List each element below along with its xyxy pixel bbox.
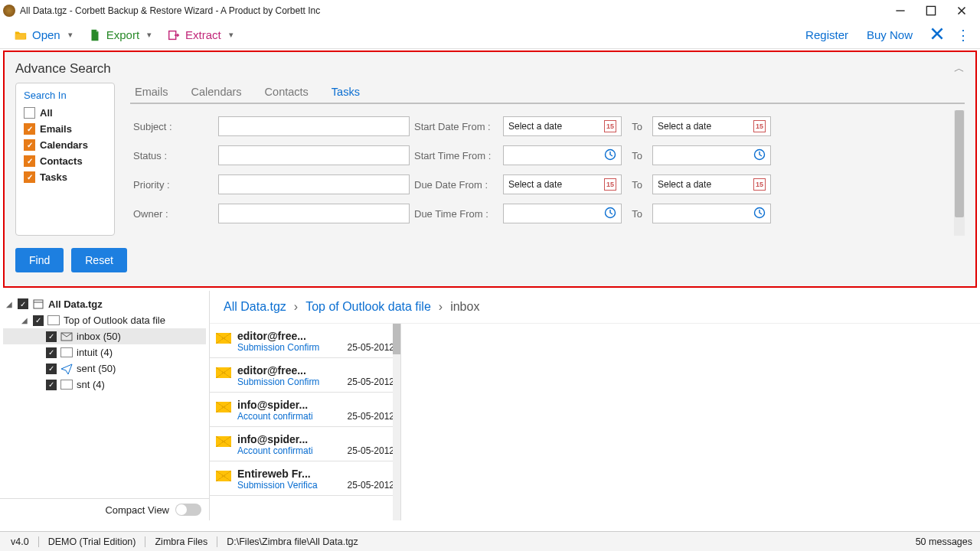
start-time-from-picker[interactable]: [503, 145, 622, 165]
folder-tree: ◢ ✓ All Data.tgz ◢ ✓ Top of Outlook data…: [0, 291, 209, 498]
message-date: 25-05-2012: [348, 445, 394, 456]
checkbox-icon[interactable]: ✓: [18, 298, 28, 309]
tree-root[interactable]: ◢ ✓ All Data.tgz: [3, 295, 206, 312]
close-icon: [955, 4, 969, 18]
search-in-label: All: [40, 107, 53, 119]
breadcrumb: All Data.tgz › Top of Outlook data file …: [210, 291, 980, 324]
search-in-item[interactable]: All: [24, 107, 106, 119]
message-item[interactable]: editor@free...Submission Confirm25-05-20…: [210, 358, 400, 393]
compact-view-row: Compact View: [0, 498, 209, 520]
due-date-from-label: Due Date From :: [414, 179, 498, 191]
toolbar-close-button[interactable]: [923, 25, 951, 44]
open-menu[interactable]: Open ▾: [8, 25, 79, 45]
tree-item-label: snt (4): [77, 379, 105, 390]
checkbox-icon[interactable]: ✓: [33, 315, 44, 326]
checkbox-icon[interactable]: ✓: [24, 123, 35, 135]
subject-input[interactable]: [218, 116, 410, 136]
message-date: 25-05-2012: [348, 377, 394, 387]
collapse-button[interactable]: ︿: [954, 62, 965, 76]
folder-tree-pane: ◢ ✓ All Data.tgz ◢ ✓ Top of Outlook data…: [0, 291, 210, 520]
due-date-from-picker[interactable]: Select a date15: [503, 174, 622, 194]
app-icon: [3, 5, 15, 17]
collapse-icon[interactable]: ◢: [20, 316, 29, 324]
list-scrollbar[interactable]: [393, 324, 400, 520]
minimize-button[interactable]: [885, 0, 916, 21]
search-in-title: Search In: [24, 90, 106, 101]
due-date-to-picker[interactable]: Select a date15: [652, 174, 771, 194]
message-item[interactable]: Entireweb Fr...Submission Verifica25-05-…: [210, 461, 400, 496]
folder-icon: [60, 347, 73, 357]
extract-icon: [167, 28, 181, 42]
open-label: Open: [32, 28, 60, 41]
message-from: editor@free...: [237, 330, 394, 342]
checkbox-icon[interactable]: ✓: [24, 171, 35, 183]
tab-contacts[interactable]: Contacts: [265, 86, 309, 98]
tab-tasks[interactable]: Tasks: [332, 86, 360, 98]
message-item[interactable]: editor@free...Submission Confirm25-05-20…: [210, 324, 400, 358]
compact-view-toggle[interactable]: [175, 504, 201, 516]
message-date: 25-05-2012: [348, 480, 394, 491]
tree-item[interactable]: ✓sent (50): [3, 360, 206, 377]
status-bar: v4.0 DEMO (Trial Edition) Zimbra Files D…: [0, 531, 980, 551]
checkbox-icon[interactable]: ✓: [46, 331, 57, 342]
crumb-top[interactable]: Top of Outlook data file: [305, 300, 431, 314]
tree-top[interactable]: ◢ ✓ Top of Outlook data file: [3, 312, 206, 328]
search-in-item[interactable]: ✓Contacts: [24, 155, 106, 167]
chevron-right-icon: ›: [294, 300, 298, 314]
clock-icon: [604, 148, 616, 163]
start-date-to-picker[interactable]: Select a date15: [652, 116, 771, 136]
tree-item[interactable]: ✓snt (4): [3, 377, 206, 393]
due-time-from-picker[interactable]: [503, 204, 622, 223]
tree-item[interactable]: ✓intuit (4): [3, 344, 206, 360]
start-date-from-picker[interactable]: Select a date15: [503, 116, 622, 136]
tree-item-label: sent (50): [77, 363, 116, 374]
status-input[interactable]: [218, 145, 410, 165]
checkbox-icon[interactable]: ✓: [46, 380, 57, 390]
message-item[interactable]: info@spider...Account confirmati25-05-20…: [210, 427, 400, 461]
mail-icon: [216, 471, 231, 481]
checkbox-icon[interactable]: ✓: [46, 347, 57, 358]
search-in-item[interactable]: ✓Emails: [24, 123, 106, 135]
search-in-item[interactable]: ✓Calendars: [24, 139, 106, 151]
clock-icon: [604, 207, 616, 221]
lower-area: ◢ ✓ All Data.tgz ◢ ✓ Top of Outlook data…: [0, 291, 980, 520]
owner-input[interactable]: [218, 204, 410, 223]
folder-icon: [47, 315, 60, 325]
more-menu[interactable]: ⋮: [954, 27, 972, 44]
register-link[interactable]: Register: [798, 25, 856, 44]
checkbox-icon[interactable]: ✓: [24, 155, 35, 167]
tab-emails[interactable]: Emails: [135, 86, 168, 98]
mail-icon: [60, 332, 73, 341]
reset-button[interactable]: Reset: [71, 248, 127, 272]
close-button[interactable]: [946, 0, 977, 21]
checkbox-icon[interactable]: [24, 107, 35, 119]
chevron-right-icon: ›: [439, 300, 443, 314]
close-icon: [929, 25, 946, 42]
checkbox-icon[interactable]: ✓: [24, 139, 35, 151]
message-subject: Account confirmati: [237, 445, 345, 456]
extract-menu[interactable]: Extract ▾: [161, 25, 240, 45]
maximize-icon: [924, 4, 938, 18]
tab-calendars[interactable]: Calendars: [191, 86, 242, 98]
tree-item[interactable]: ✓inbox (50): [3, 328, 206, 344]
status-mode: Zimbra Files: [145, 536, 217, 547]
priority-input[interactable]: [218, 174, 410, 194]
message-item[interactable]: info@spider...Account confirmati25-05-20…: [210, 393, 400, 427]
buy-now-link[interactable]: Buy Now: [859, 25, 920, 44]
mail-icon: [216, 402, 231, 412]
maximize-button[interactable]: [916, 0, 946, 21]
form-scrollbar[interactable]: [954, 110, 965, 236]
to-label: To: [626, 150, 648, 161]
search-in-item[interactable]: ✓Tasks: [24, 171, 106, 183]
start-time-to-picker[interactable]: [652, 145, 771, 165]
export-menu[interactable]: Export ▾: [82, 25, 158, 45]
checkbox-icon[interactable]: ✓: [46, 364, 57, 374]
crumb-root[interactable]: All Data.tgz: [224, 300, 286, 314]
calendar-icon: 15: [753, 178, 766, 191]
collapse-icon[interactable]: ◢: [5, 300, 14, 308]
start-date-from-label: Start Date From :: [414, 121, 498, 132]
due-time-to-picker[interactable]: [652, 204, 771, 223]
find-button[interactable]: Find: [15, 248, 64, 272]
mail-icon: [216, 367, 231, 378]
message-subject: Submission Confirm: [237, 377, 345, 387]
